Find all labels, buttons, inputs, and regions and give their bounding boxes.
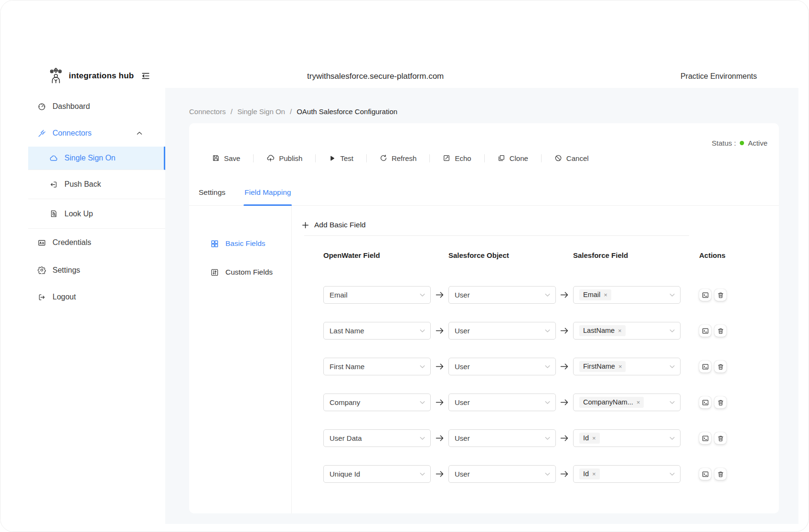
breadcrumb-single-sign-on[interactable]: Single Sign On	[237, 107, 285, 116]
status-label: Status :	[712, 139, 736, 147]
sidebar-item-single-sign-on[interactable]: Single Sign On	[28, 147, 165, 170]
remove-tag-icon[interactable]: ×	[592, 435, 596, 441]
nav-basic-fields[interactable]: Basic Fields	[189, 235, 291, 252]
fields-nav: Basic Fields Custom Fields	[189, 206, 292, 513]
practice-environments-link[interactable]: Practice Environments	[681, 72, 757, 81]
save-button[interactable]: Save	[203, 154, 253, 162]
mapping-row: User Data User Id ×	[323, 429, 779, 447]
refresh-button[interactable]: Refresh	[367, 154, 430, 162]
openwater-field-select[interactable]: Unique Id	[323, 465, 431, 483]
breadcrumb-connectors[interactable]: Connectors	[189, 107, 226, 116]
echo-button[interactable]: Echo	[430, 154, 484, 162]
publish-button[interactable]: Publish	[254, 154, 315, 162]
menu-fold-icon[interactable]	[141, 71, 150, 81]
remove-tag-icon[interactable]: ×	[637, 399, 640, 405]
terminal-button[interactable]	[699, 468, 711, 480]
sidebar: integrations hub Dashboard Connectors	[0, 0, 165, 532]
openwater-field-select[interactable]: First Name	[323, 358, 431, 375]
terminal-button[interactable]	[699, 361, 711, 372]
push-back-icon	[50, 181, 58, 189]
terminal-button[interactable]	[699, 289, 711, 301]
chevron-down-icon	[420, 401, 425, 404]
breadcrumb-separator: /	[231, 107, 233, 116]
salesforce-field-select[interactable]: FirstName ×	[573, 358, 681, 375]
platform-url: trywithsalesforce.secure-platform.com	[307, 72, 444, 81]
salesforce-field-select[interactable]: Id ×	[573, 465, 681, 483]
delete-button[interactable]	[714, 432, 726, 444]
nav-custom-fields[interactable]: Custom Fields	[189, 264, 291, 280]
chevron-up-icon[interactable]	[137, 131, 142, 135]
test-button[interactable]: Test	[316, 154, 366, 162]
status-value: Active	[748, 139, 767, 147]
salesforce-field-select[interactable]: CompanyNam... ×	[573, 394, 681, 411]
delete-button[interactable]	[714, 325, 726, 337]
salesforce-field-select[interactable]: Id ×	[573, 429, 681, 447]
sidebar-item-logout[interactable]: Logout	[0, 284, 165, 310]
openwater-field-select[interactable]: User Data	[323, 429, 431, 447]
openwater-field-select[interactable]: Email	[323, 286, 431, 304]
salesforce-object-select[interactable]: User	[448, 358, 556, 375]
sidebar-item-look-up[interactable]: Look Up	[28, 199, 165, 229]
openwater-field-select[interactable]: Company	[323, 394, 431, 411]
selected-field-tag: FirstName ×	[579, 361, 626, 372]
chevron-down-icon	[670, 329, 675, 332]
salesforce-field-select[interactable]: Email ×	[573, 286, 681, 304]
sidebar-item-settings[interactable]: Settings	[0, 256, 165, 284]
chevron-down-icon	[420, 293, 425, 297]
salesforce-object-select[interactable]: User	[448, 394, 556, 411]
row-actions	[699, 432, 779, 444]
chevron-down-icon	[545, 401, 550, 404]
salesforce-field-select[interactable]: LastName ×	[573, 322, 681, 340]
sidebar-item-push-back[interactable]: Push Back	[28, 170, 165, 199]
delete-button[interactable]	[714, 361, 726, 372]
row-actions	[699, 396, 779, 408]
clone-button[interactable]: Clone	[485, 154, 541, 162]
salesforce-object-select[interactable]: User	[448, 429, 556, 447]
app-window: trywithsalesforce.secure-platform.com Pr…	[0, 0, 809, 532]
chevron-down-icon	[545, 329, 550, 332]
sidebar-item-credentials[interactable]: Credentials	[0, 229, 165, 256]
add-basic-field-button[interactable]: Add Basic Field	[302, 218, 366, 232]
remove-tag-icon[interactable]: ×	[618, 363, 622, 370]
reload-icon	[380, 154, 387, 162]
sidebar-item-label: Single Sign On	[64, 154, 116, 162]
tab-field-mapping[interactable]: Field Mapping	[244, 180, 292, 205]
copy-icon	[498, 154, 505, 162]
divider	[304, 235, 689, 236]
salesforce-object-select[interactable]: User	[448, 465, 556, 483]
openwater-field-select[interactable]: Last Name	[323, 322, 431, 340]
row-actions	[699, 289, 779, 301]
delete-button[interactable]	[714, 396, 726, 408]
mapping-area: Add Basic Field OpenWater Field Salesfor…	[292, 206, 779, 513]
arrow-right-icon	[556, 363, 573, 370]
sidebar-item-connectors[interactable]: Connectors	[0, 120, 165, 147]
terminal-button[interactable]	[699, 325, 711, 337]
status-row: Status : Active	[712, 139, 767, 147]
selected-field-tag: CompanyNam... ×	[579, 397, 644, 408]
field-mapping-body: Basic Fields Custom Fields Add Basic Fie…	[189, 206, 779, 513]
column-header: Salesforce Object	[448, 251, 556, 259]
terminal-button[interactable]	[699, 432, 711, 444]
terminal-button[interactable]	[699, 396, 711, 408]
sidebar-item-dashboard[interactable]: Dashboard	[0, 93, 165, 120]
tab-settings[interactable]: Settings	[198, 180, 226, 205]
selected-field-tag: Id ×	[579, 433, 600, 444]
column-header: OpenWater Field	[323, 251, 431, 259]
breadcrumb-current-page: OAuth Salesforce Configuration	[297, 107, 397, 116]
stop-icon	[554, 154, 562, 162]
delete-button[interactable]	[714, 289, 726, 301]
sliders-icon	[211, 268, 219, 277]
cancel-button[interactable]: Cancel	[542, 154, 602, 162]
mapping-rows: Email User Email ×	[323, 286, 779, 501]
chevron-down-icon	[670, 401, 675, 404]
chevron-down-icon	[670, 472, 675, 476]
delete-button[interactable]	[714, 468, 726, 480]
remove-tag-icon[interactable]: ×	[618, 328, 622, 334]
salesforce-object-select[interactable]: User	[448, 286, 556, 304]
credentials-idcard-icon	[38, 239, 46, 247]
mapping-row: Email User Email ×	[323, 286, 779, 304]
sidebar-item-label: Push Back	[64, 180, 101, 189]
remove-tag-icon[interactable]: ×	[604, 292, 607, 298]
remove-tag-icon[interactable]: ×	[592, 471, 596, 477]
salesforce-object-select[interactable]: User	[448, 322, 556, 340]
